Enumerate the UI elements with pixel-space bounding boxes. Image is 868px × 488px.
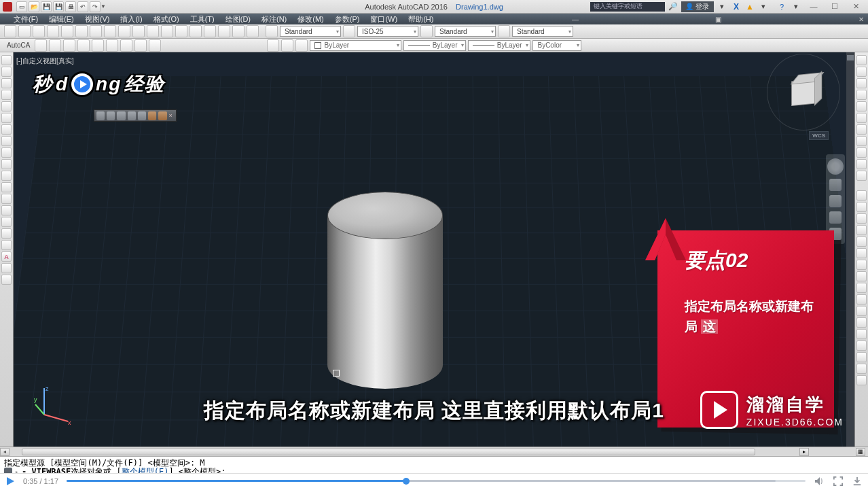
saveas-button[interactable]: 💾 (53, 1, 64, 12)
tool-icon[interactable] (1, 205, 12, 215)
tool-button[interactable] (218, 25, 230, 37)
minimize-button[interactable]: — (804, 1, 823, 13)
tool-button[interactable] (161, 25, 173, 37)
cylinder-solid[interactable] (327, 192, 443, 389)
linetype-dropdown[interactable]: ByLayer (403, 40, 466, 51)
text-a-tool-icon[interactable]: A (1, 251, 12, 262)
tool-button[interactable] (120, 39, 132, 52)
tool-icon[interactable] (856, 364, 867, 374)
vs-button[interactable] (148, 111, 156, 120)
seek-knob[interactable] (403, 478, 410, 485)
doc-close-button[interactable]: ✕ (854, 16, 868, 23)
exchange-a-icon[interactable]: ▲ (744, 1, 756, 12)
vs-button[interactable] (117, 111, 125, 120)
model-viewport[interactable]: [-]自定义视图[真实] × (14, 52, 854, 447)
new-button[interactable]: ▭ (16, 1, 27, 12)
tool-button[interactable] (63, 39, 75, 52)
fullscreen-icon[interactable] (833, 476, 844, 487)
tool-icon[interactable] (856, 260, 867, 270)
tool-button[interactable] (33, 25, 45, 37)
stretch-tool-icon[interactable] (856, 113, 867, 123)
tablestyle-dropdown[interactable]: Standard (435, 26, 496, 37)
undo-button[interactable]: ↶ (77, 1, 88, 12)
tool-button[interactable] (232, 25, 245, 37)
tool-button[interactable] (75, 25, 88, 37)
tool-icon[interactable] (856, 294, 867, 304)
tool-button[interactable] (92, 39, 104, 52)
layer-tool-button[interactable] (295, 39, 308, 52)
copy-tool-icon[interactable] (856, 67, 867, 77)
vs-close-icon[interactable]: × (169, 112, 175, 119)
showmotion-icon[interactable] (829, 228, 842, 240)
scroll-right-icon[interactable]: ▸ (799, 448, 809, 456)
arc-tool-icon[interactable] (1, 90, 12, 100)
dimstyle-button[interactable] (343, 25, 355, 37)
rect-tool-icon[interactable] (1, 101, 12, 111)
signin-dropdown-icon[interactable]: ▾ (716, 1, 728, 12)
help-search-input[interactable]: 键入关键字或短语 (590, 2, 665, 12)
steering-wheel-icon[interactable] (827, 158, 844, 175)
pan-icon[interactable] (829, 179, 842, 191)
tool-icon[interactable] (856, 329, 867, 339)
menu-draw[interactable]: 绘图(D) (220, 14, 256, 24)
cube-icon[interactable] (791, 78, 816, 105)
lineweight-dropdown[interactable]: ByLayer (468, 40, 530, 51)
maximize-button[interactable]: ☐ (825, 1, 844, 13)
tool-button[interactable] (61, 25, 73, 37)
mleaderstyle-button[interactable] (498, 25, 510, 37)
tool-icon[interactable] (1, 228, 12, 239)
exchange-x-icon[interactable]: X (730, 1, 742, 12)
block-tool-icon[interactable] (1, 159, 12, 169)
tool-icon[interactable] (1, 240, 12, 250)
tool-button[interactable] (204, 25, 216, 37)
tool-button[interactable] (134, 39, 147, 52)
layer-props-button[interactable] (267, 39, 279, 52)
qat-dropdown-icon[interactable]: ▼ (101, 3, 106, 10)
textstyle-button[interactable] (266, 25, 278, 37)
redo-button[interactable]: ↷ (90, 1, 101, 12)
vs-button[interactable] (128, 111, 136, 120)
open-button[interactable]: 📂 (29, 1, 39, 12)
plot-button[interactable]: 🖶 (65, 1, 76, 12)
tool-button[interactable] (47, 25, 59, 37)
tool-button[interactable] (149, 39, 161, 52)
view-cube[interactable] (776, 63, 831, 121)
vertical-scrollbar[interactable] (846, 52, 854, 447)
tool-icon[interactable] (856, 341, 867, 351)
mirror-tool-icon[interactable] (856, 90, 867, 100)
tool-button[interactable] (4, 25, 16, 37)
vs-button[interactable] (138, 111, 146, 120)
vs-button[interactable] (158, 111, 166, 120)
fillet-tool-icon[interactable] (856, 147, 867, 158)
menu-insert[interactable]: 插入(I) (115, 14, 147, 24)
zoom-icon[interactable] (829, 195, 842, 207)
download-icon[interactable] (852, 476, 863, 487)
save-button[interactable]: 💾 (41, 1, 52, 12)
coord-system-label[interactable]: WCS (809, 131, 829, 140)
layer-color-dropdown[interactable]: ByLayer (310, 40, 401, 51)
hatch-tool-icon[interactable] (1, 124, 12, 135)
tool-icon[interactable] (856, 317, 867, 328)
tool-icon[interactable] (856, 248, 867, 258)
play-button[interactable] (5, 476, 15, 486)
tool-button[interactable] (118, 25, 130, 37)
region-tool-icon[interactable] (1, 194, 12, 204)
tool-button[interactable] (189, 25, 202, 37)
horizontal-scrollbar[interactable]: ◂ ▸ ▦ (0, 447, 868, 456)
seek-bar[interactable] (67, 480, 806, 482)
rotate-tool-icon[interactable] (856, 78, 867, 88)
ucs-icon[interactable]: z x y (34, 384, 75, 428)
vs-button[interactable] (96, 111, 105, 120)
ellipse-tool-icon[interactable] (1, 113, 12, 123)
viewport-label[interactable]: [-]自定义视图[真实] (16, 56, 73, 66)
orbit-icon[interactable] (829, 211, 842, 224)
tool-icon[interactable] (1, 275, 12, 285)
menu-tools[interactable]: 工具(T) (185, 14, 220, 24)
doc-minimize-button[interactable]: — (568, 16, 583, 23)
hscroll-thumb[interactable] (22, 449, 755, 455)
chamfer-tool-icon[interactable] (856, 159, 867, 169)
scroll-left-icon[interactable]: ◂ (0, 448, 10, 456)
tool-icon[interactable] (856, 225, 867, 235)
menu-modify[interactable]: 修改(M) (292, 14, 329, 24)
menu-help[interactable]: 帮助(H) (403, 14, 439, 24)
